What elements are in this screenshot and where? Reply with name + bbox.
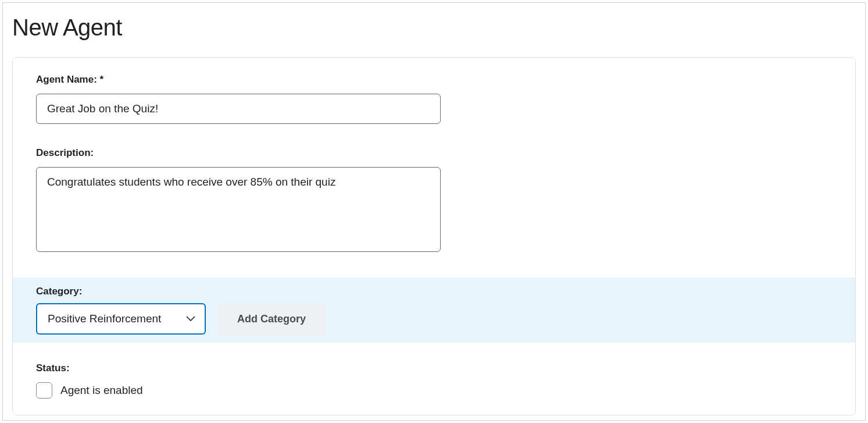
- form-panel: Agent Name: * Description: Category: Pos…: [12, 57, 856, 415]
- agent-name-block: Agent Name: *: [36, 74, 855, 124]
- category-row: Positive Reinforcement Add Category: [36, 303, 855, 335]
- category-block: Category: Positive Reinforcement Add Cat…: [13, 278, 855, 343]
- page-frame: New Agent Agent Name: * Description: Cat…: [2, 2, 866, 421]
- page-title: New Agent: [3, 9, 865, 57]
- status-block: Status: Agent is enabled: [36, 362, 855, 399]
- description-block: Description:: [36, 147, 855, 254]
- add-category-button[interactable]: Add Category: [217, 303, 326, 335]
- agent-enabled-label: Agent is enabled: [60, 384, 143, 397]
- category-select-wrapper: Positive Reinforcement: [36, 303, 206, 335]
- status-row: Agent is enabled: [36, 382, 855, 399]
- status-label: Status:: [36, 362, 855, 374]
- category-select[interactable]: Positive Reinforcement: [36, 303, 206, 335]
- category-selected-value: Positive Reinforcement: [48, 312, 161, 325]
- agent-name-input[interactable]: [36, 94, 441, 124]
- category-label: Category:: [36, 286, 855, 297]
- agent-enabled-checkbox[interactable]: [36, 382, 52, 399]
- description-label: Description:: [36, 147, 855, 159]
- agent-name-label: Agent Name: *: [36, 74, 855, 86]
- description-input[interactable]: [36, 167, 441, 252]
